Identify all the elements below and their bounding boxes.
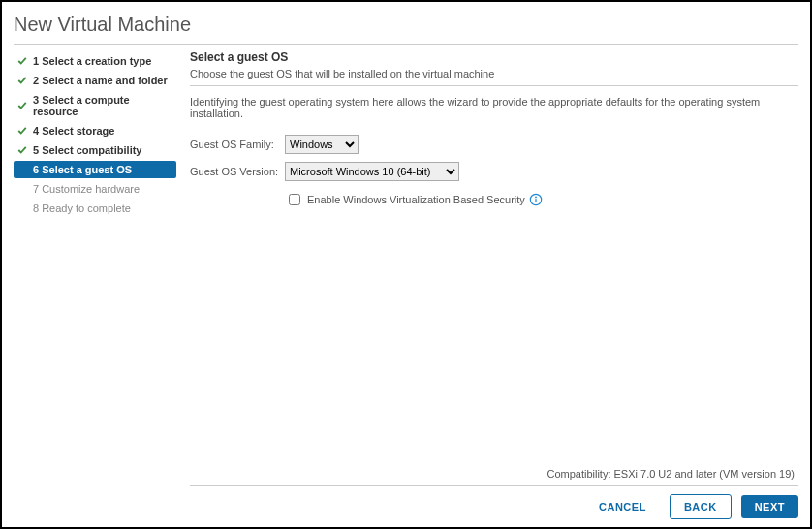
check-icon	[17, 145, 27, 155]
wizard-main: Select a guest OS Choose the guest OS th…	[176, 50, 798, 519]
guest-os-version-row: Guest OS Version: Microsoft Windows 10 (…	[190, 162, 798, 181]
svg-rect-2	[535, 199, 536, 202]
wizard-title: New Virtual Machine	[14, 10, 798, 45]
step-storage[interactable]: 4 Select storage	[14, 122, 176, 140]
vbs-checkbox[interactable]	[289, 194, 300, 205]
step-label: 4 Select storage	[33, 125, 114, 137]
guest-os-family-row: Guest OS Family: Windows	[190, 135, 798, 154]
guest-os-version-select[interactable]: Microsoft Windows 10 (64-bit)	[285, 162, 459, 181]
wizard-body: 1 Select a creation type 2 Select a name…	[14, 50, 798, 519]
compatibility-text: Compatibility: ESXi 7.0 U2 and later (VM…	[190, 462, 798, 485]
vbs-label: Enable Windows Virtualization Based Secu…	[307, 194, 525, 205]
step-label: 6 Select a guest OS	[33, 164, 132, 175]
step-label: 3 Select a compute resource	[33, 94, 172, 117]
step-label: 1 Select a creation type	[33, 55, 151, 67]
step-label: 5 Select compatibility	[33, 144, 141, 156]
cancel-button[interactable]: CANCEL	[585, 495, 660, 518]
step-ready-complete: 8 Ready to complete	[14, 200, 176, 217]
step-label: 7 Customize hardware	[33, 183, 140, 195]
guest-os-version-label: Guest OS Version:	[190, 166, 279, 177]
wizard-steps-sidebar: 1 Select a creation type 2 Select a name…	[14, 50, 176, 519]
svg-point-1	[535, 197, 537, 199]
step-compute-resource[interactable]: 3 Select a compute resource	[14, 91, 176, 120]
step-label: 8 Ready to complete	[33, 202, 131, 214]
section-header: Select a guest OS	[190, 50, 798, 64]
step-creation-type[interactable]: 1 Select a creation type	[14, 52, 176, 70]
section-description: Identifying the guest operating system h…	[190, 96, 798, 119]
check-icon	[17, 126, 27, 136]
guest-os-family-label: Guest OS Family:	[190, 139, 279, 150]
step-label: 2 Select a name and folder	[33, 75, 168, 86]
section-subheader: Choose the guest OS that will be install…	[190, 68, 798, 86]
back-button[interactable]: BACK	[670, 494, 732, 519]
step-compatibility[interactable]: 5 Select compatibility	[14, 141, 176, 159]
wizard-window: New Virtual Machine 1 Select a creation …	[0, 0, 812, 529]
check-icon	[17, 56, 27, 66]
check-icon	[17, 101, 27, 110]
step-name-folder[interactable]: 2 Select a name and folder	[14, 72, 176, 89]
guest-os-family-select[interactable]: Windows	[285, 135, 359, 154]
next-button[interactable]: NEXT	[741, 495, 798, 518]
vbs-row: Enable Windows Virtualization Based Secu…	[285, 191, 798, 208]
step-guest-os[interactable]: 6 Select a guest OS	[14, 161, 176, 178]
step-customize-hardware: 7 Customize hardware	[14, 180, 176, 198]
check-icon	[17, 76, 27, 85]
spacer	[190, 208, 798, 462]
info-icon[interactable]	[529, 193, 543, 206]
wizard-footer: CANCEL BACK NEXT	[190, 485, 798, 519]
